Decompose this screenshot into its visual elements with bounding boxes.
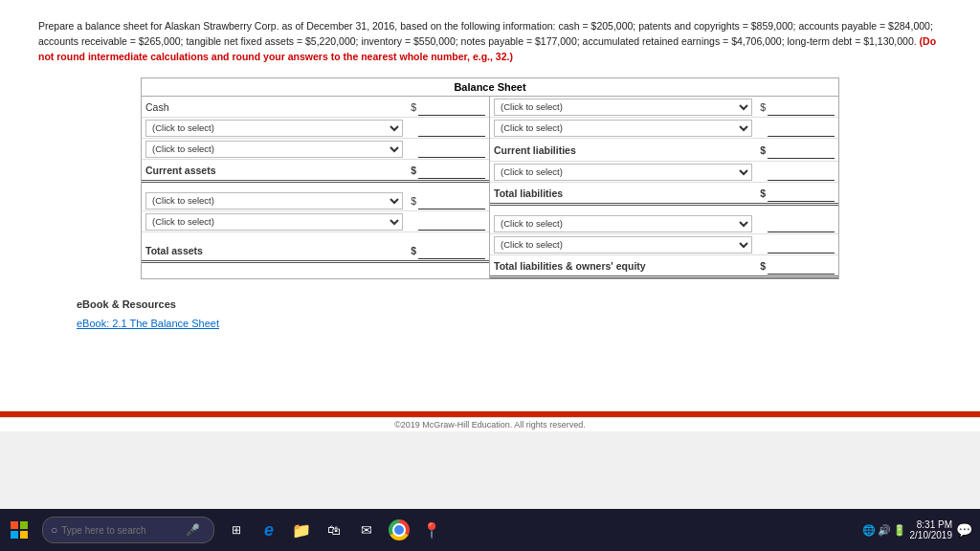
clock-date: 2/10/2019	[910, 530, 953, 540]
volume-icon[interactable]: 🔊	[878, 524, 891, 537]
right-input-4[interactable]	[768, 215, 835, 232]
right-input-1[interactable]	[768, 99, 835, 116]
cash-label: Cash	[145, 101, 403, 113]
total-liabilities-equity-label: Total liabilities & owners' equity	[494, 260, 752, 272]
store-icon[interactable]: 🛍	[320, 516, 348, 544]
row-left-select-1: (Click to select)	[142, 118, 489, 139]
mic-icon: 🎤	[186, 523, 200, 537]
total-liabilities-equity-input[interactable]	[768, 257, 835, 275]
total-assets-label: Total assets	[145, 245, 403, 256]
row-right-select-1: (Click to select) $	[490, 97, 838, 118]
left-select-3[interactable]: (Click to select)	[145, 192, 403, 209]
right-select-5[interactable]: (Click to select)	[494, 236, 752, 253]
search-input[interactable]	[61, 525, 186, 536]
row-current-assets: Current assets $	[142, 160, 489, 183]
left-input-3[interactable]	[418, 192, 485, 209]
balance-sheet-table: Balance Sheet Cash $ (Click to select)	[141, 77, 839, 279]
clock-time: 8:31 PM	[910, 519, 953, 530]
ebook-link[interactable]: eBook: 2.1 The Balance Sheet	[77, 318, 219, 329]
left-input-4[interactable]	[418, 213, 485, 231]
row-right-select-2: (Click to select)	[490, 118, 838, 139]
left-select-4[interactable]: (Click to select)	[145, 213, 403, 231]
row-right-select-5: (Click to select)	[490, 234, 838, 255]
start-button[interactable]	[0, 509, 38, 551]
total-liabilities-input[interactable]	[768, 185, 835, 202]
svg-rect-2	[11, 531, 18, 539]
taskbar: ○ 🎤 ⊞ e 📁 🛍 ✉ 📍 🌐 🔊 🔋 8:31 PM 2/10/2019 …	[0, 509, 980, 551]
taskbar-search-bar[interactable]: ○ 🎤	[42, 517, 214, 543]
instructions-warning: (Do not round intermediate calculations …	[38, 35, 936, 62]
row-total-liabilities: Total liabilities $	[490, 183, 838, 206]
spacer-right-1	[490, 206, 838, 213]
left-select-2[interactable]: (Click to select)	[145, 141, 403, 158]
row-right-select-3: (Click to select)	[490, 162, 838, 183]
right-select-4[interactable]: (Click to select)	[494, 215, 752, 232]
maps-pin-icon[interactable]: 📍	[417, 516, 446, 544]
battery-icon: 🔋	[893, 524, 906, 537]
file-explorer-icon[interactable]: 📁	[287, 516, 316, 544]
task-view-button[interactable]: ⊞	[222, 516, 251, 544]
left-select-1[interactable]: (Click to select)	[145, 120, 403, 137]
row-left-select-4: (Click to select)	[142, 211, 489, 232]
instructions-text: Prepare a balance sheet for Alaskan Stra…	[38, 19, 942, 64]
svg-rect-3	[20, 531, 28, 539]
left-input-2[interactable]	[418, 141, 485, 158]
mail-icon[interactable]: ✉	[352, 516, 381, 544]
current-liabilities-label: Current liabilities	[494, 144, 752, 156]
copyright-bar: ©2019 McGraw-Hill Education. All rights …	[0, 417, 980, 431]
edge-icon[interactable]: e	[255, 516, 283, 544]
taskbar-right: 🌐 🔊 🔋 8:31 PM 2/10/2019 💬	[862, 519, 981, 540]
spacer-left-2	[142, 232, 489, 240]
ebook-section: eBook & Resources eBook: 2.1 The Balance…	[38, 279, 942, 348]
system-clock: 8:31 PM 2/10/2019	[910, 519, 953, 540]
row-left-select-3: (Click to select) $	[142, 190, 489, 211]
total-liabilities-label: Total liabilities	[494, 187, 752, 199]
right-input-2[interactable]	[768, 120, 835, 137]
cash-input[interactable]	[418, 99, 485, 116]
right-select-3[interactable]: (Click to select)	[494, 164, 752, 181]
total-assets-input[interactable]	[418, 242, 485, 259]
copyright-text: ©2019 McGraw-Hill Education. All rights …	[394, 420, 586, 430]
notification-icon[interactable]: 💬	[956, 522, 972, 538]
right-select-1[interactable]: (Click to select)	[494, 99, 752, 116]
svg-rect-1	[20, 521, 28, 529]
right-input-5[interactable]	[768, 236, 835, 253]
row-total-liabilities-equity: Total liabilities & owners' equity $	[490, 255, 838, 278]
chrome-icon-taskbar[interactable]	[385, 516, 413, 544]
taskbar-apps: ⊞ e 📁 🛍 ✉ 📍	[222, 516, 446, 544]
row-right-select-4: (Click to select)	[490, 213, 838, 234]
left-input-1[interactable]	[418, 120, 485, 137]
right-input-3[interactable]	[768, 164, 835, 181]
right-select-2[interactable]: (Click to select)	[494, 120, 752, 137]
current-assets-label: Current assets	[145, 165, 403, 176]
system-tray-icons: 🌐 🔊 🔋	[862, 524, 906, 537]
network-icon: 🌐	[862, 524, 876, 537]
row-cash: Cash $	[142, 97, 489, 118]
current-liabilities-input[interactable]	[768, 142, 835, 159]
balance-sheet-title: Balance Sheet	[142, 78, 838, 97]
row-left-select-2: (Click to select)	[142, 139, 489, 160]
search-circle-icon: ○	[51, 523, 57, 537]
ebook-section-title: eBook & Resources	[77, 298, 903, 310]
row-total-assets: Total assets $	[142, 240, 489, 263]
spacer-left-1	[142, 183, 489, 190]
row-current-liabilities: Current liabilities $	[490, 139, 838, 162]
svg-rect-0	[11, 521, 18, 529]
current-assets-input[interactable]	[418, 162, 485, 179]
